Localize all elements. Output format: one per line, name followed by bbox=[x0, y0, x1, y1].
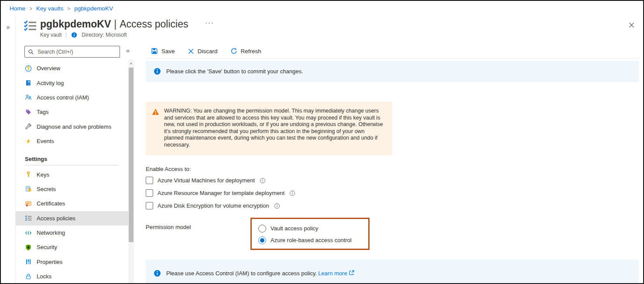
subtitle-divider bbox=[66, 32, 66, 38]
breadcrumb-separator: > bbox=[67, 6, 70, 12]
sidebar-item-label: Keys bbox=[37, 171, 49, 178]
sidebar-item-access-control[interactable]: Access control (IAM) bbox=[16, 90, 128, 105]
lock-icon bbox=[25, 273, 32, 280]
toolbar-divider bbox=[146, 58, 640, 58]
networking-icon bbox=[25, 229, 32, 236]
access-control-icon bbox=[25, 94, 32, 101]
resource-name: pgbkpdemoKV bbox=[40, 18, 111, 30]
radio-row-vault-policy: Vault access policy bbox=[258, 222, 368, 234]
page-title: pgbkpdemoKV|Access policies bbox=[40, 18, 188, 30]
external-link-icon[interactable] bbox=[349, 270, 354, 275]
rbac-radio[interactable] bbox=[258, 236, 266, 244]
radio-row-rbac: Azure role-based access control bbox=[258, 234, 368, 246]
more-options-icon[interactable]: ··· bbox=[205, 19, 214, 27]
expand-panel-icon[interactable]: » bbox=[1, 23, 15, 31]
secrets-icon bbox=[25, 185, 32, 192]
refresh-icon bbox=[230, 48, 237, 55]
certificate-icon bbox=[25, 200, 32, 207]
sidebar-item-secrets[interactable]: Secrets bbox=[16, 182, 128, 196]
sidebar-item-access-policies[interactable]: Access policies bbox=[16, 211, 128, 226]
sidebar-item-activity-log[interactable]: Activity log bbox=[16, 75, 128, 90]
learn-more-link[interactable]: Learn more bbox=[318, 270, 347, 277]
discard-button[interactable]: Discard bbox=[188, 48, 218, 55]
resource-subtitle: Key vault Directory: Microsoft bbox=[40, 32, 127, 38]
shield-icon bbox=[25, 244, 32, 251]
section-divider bbox=[25, 165, 119, 165]
breadcrumb-key-vaults[interactable]: Key vaults bbox=[36, 5, 63, 12]
template-deployment-checkbox[interactable] bbox=[146, 189, 153, 197]
sidebar-item-networking[interactable]: Networking bbox=[16, 226, 128, 240]
properties-icon bbox=[25, 258, 32, 265]
sidebar-section-settings: Settings bbox=[16, 148, 128, 167]
radio-label: Azure role-based access control bbox=[271, 237, 352, 243]
discard-icon bbox=[188, 48, 194, 55]
save-banner-text: Please click the 'Save' button to commit… bbox=[166, 68, 303, 75]
sidebar-item-label: Secrets bbox=[37, 186, 56, 192]
sidebar-item-locks[interactable]: Locks bbox=[16, 269, 128, 284]
breadcrumb-current[interactable]: pgbkpdemoKV bbox=[74, 5, 113, 12]
warning-icon bbox=[152, 108, 159, 116]
sidebar-item-label: Activity log bbox=[37, 80, 64, 86]
directory-info-icon bbox=[71, 32, 77, 38]
activity-log-icon bbox=[25, 79, 32, 86]
sidebar-item-events[interactable]: Events bbox=[16, 134, 128, 148]
sidebar-item-certificates[interactable]: Certificates bbox=[16, 196, 128, 211]
blade-name: Access policies bbox=[120, 18, 188, 30]
sidebar-item-diagnose[interactable]: Diagnose and solve problems bbox=[16, 120, 128, 134]
warning-text: WARNING: You are changing the permission… bbox=[164, 108, 384, 149]
sidebar-item-label: Overview bbox=[37, 65, 60, 72]
iam-info-banner: Please use Access Control (IAM) to confi… bbox=[146, 260, 639, 284]
sidebar-item-label: Events bbox=[37, 138, 54, 144]
command-bar: Save Discard Refresh bbox=[151, 45, 261, 57]
sidebar-item-label: Access control (IAM) bbox=[37, 94, 89, 101]
breadcrumb: Home > Key vaults > pgbkpdemoKV bbox=[10, 5, 113, 12]
checkbox-label: Azure Virtual Machines for deployment bbox=[158, 177, 255, 184]
sidebar-item-keys[interactable]: Keys bbox=[16, 167, 128, 181]
sidebar-item-label: Tags bbox=[37, 109, 48, 115]
sidebar-item-label: Locks bbox=[37, 273, 51, 280]
permission-warning: WARNING: You are changing the permission… bbox=[146, 102, 392, 155]
access-policies-icon bbox=[25, 215, 32, 222]
sidebar-item-tags[interactable]: Tags bbox=[16, 105, 128, 119]
collapse-menu-icon[interactable]: « bbox=[126, 47, 130, 54]
info-icon bbox=[154, 68, 161, 75]
info-icon bbox=[154, 270, 161, 277]
info-tooltip-icon[interactable] bbox=[274, 203, 280, 209]
scrollbar-thumb[interactable] bbox=[129, 68, 134, 242]
resource-type-label: Key vault bbox=[40, 32, 62, 38]
close-blade-button[interactable] bbox=[627, 20, 636, 30]
search-input[interactable] bbox=[37, 48, 116, 55]
refresh-button[interactable]: Refresh bbox=[230, 48, 261, 55]
sidebar-item-security[interactable]: Security bbox=[16, 240, 128, 254]
highlight-annotation-box: Vault access policy Azure role-based acc… bbox=[250, 218, 370, 250]
checkbox-row-disk: Azure Disk Encryption for volume encrypt… bbox=[146, 202, 280, 209]
info-tooltip-icon[interactable] bbox=[260, 178, 266, 184]
sidebar-item-overview[interactable]: Overview bbox=[16, 61, 128, 75]
save-button[interactable]: Save bbox=[151, 48, 175, 55]
sidebar-item-label: Networking bbox=[37, 229, 65, 236]
azure-portal-window: Home > Key vaults > pgbkpdemoKV » pgbkpd… bbox=[0, 0, 644, 284]
sidebar-item-label: Security bbox=[37, 244, 57, 250]
disk-encryption-checkbox[interactable] bbox=[146, 202, 153, 209]
tags-icon bbox=[25, 109, 32, 116]
iam-banner-text: Please use Access Control (IAM) to confi… bbox=[166, 270, 354, 277]
sidebar-item-properties[interactable]: Properties bbox=[16, 255, 128, 269]
sidebar-item-label: Diagnose and solve problems bbox=[37, 123, 111, 130]
breadcrumb-separator: > bbox=[29, 6, 32, 12]
permission-model-label: Permission model bbox=[146, 224, 191, 230]
info-tooltip-icon[interactable] bbox=[289, 190, 295, 196]
checkbox-label: Azure Disk Encryption for volume encrypt… bbox=[158, 202, 269, 209]
search-icon bbox=[28, 49, 34, 55]
vm-deployment-checkbox[interactable] bbox=[146, 177, 153, 184]
key-vault-blade-icon bbox=[24, 19, 37, 34]
scrollbar-up-icon[interactable]: ▲ bbox=[128, 60, 134, 66]
wrench-icon bbox=[25, 123, 32, 130]
breadcrumb-home[interactable]: Home bbox=[10, 5, 25, 12]
sidebar-item-label: Properties bbox=[37, 259, 62, 265]
sidebar-scrollbar: ▲ bbox=[128, 60, 134, 283]
checkbox-label: Azure Resource Manager for template depl… bbox=[158, 190, 284, 196]
directory-label: Directory: Microsoft bbox=[82, 32, 127, 38]
vault-access-policy-radio[interactable] bbox=[258, 225, 266, 233]
section-label: Settings bbox=[25, 156, 128, 162]
enable-access-label: Enable Access to: bbox=[146, 166, 191, 172]
